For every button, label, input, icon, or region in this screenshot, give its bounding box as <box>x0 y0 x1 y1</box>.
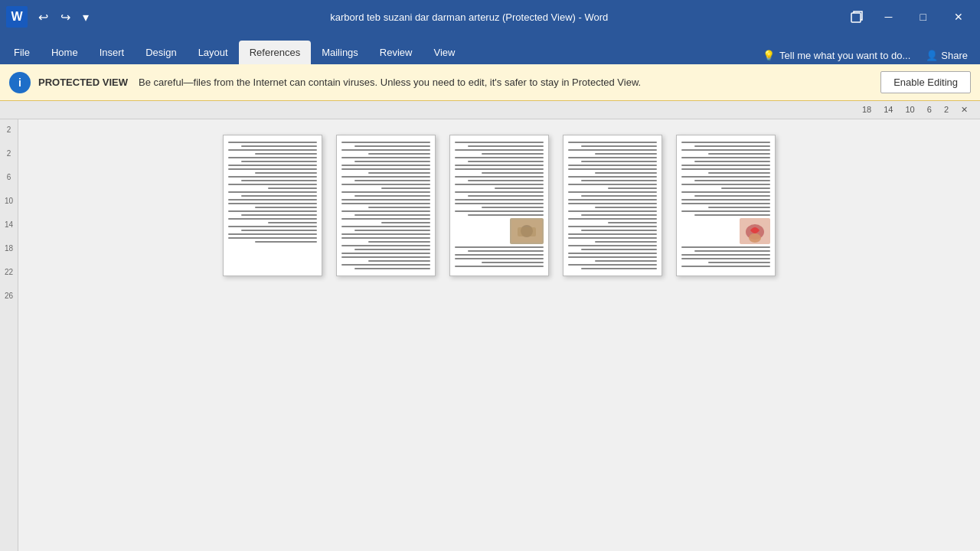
left-ruler-26: 26 <box>5 292 13 300</box>
text-cursor <box>225 185 227 196</box>
share-label: Share <box>941 50 968 61</box>
lightbulb-icon: 💡 <box>763 50 775 61</box>
left-ruler-2a: 2 <box>7 126 11 134</box>
document-page-2 <box>336 135 436 276</box>
tab-mailings[interactable]: Mailings <box>311 41 369 64</box>
ruler-num-2b: ✕ <box>961 105 968 115</box>
tab-insert[interactable]: Insert <box>89 41 136 64</box>
page-3-image <box>510 218 544 244</box>
protected-view-label: PROTECTED VIEW <box>38 77 128 88</box>
top-ruler: 18 14 10 6 2 ✕ <box>0 101 980 119</box>
enable-editing-button[interactable]: Enable Editing <box>880 71 971 93</box>
protected-view-message: Be careful—files from the Internet can c… <box>139 77 873 88</box>
ruler-num-10: 10 <box>906 105 915 115</box>
tab-view[interactable]: View <box>423 41 466 64</box>
tab-layout[interactable]: Layout <box>188 41 239 64</box>
ruler-num-14: 14 <box>884 105 893 115</box>
left-ruler-18: 18 <box>5 244 13 253</box>
title-bar-controls: ─ □ ✕ <box>845 0 974 34</box>
document-page-5 <box>676 135 776 276</box>
tab-file[interactable]: File <box>3 41 41 64</box>
pages-row <box>223 135 776 276</box>
svg-rect-3 <box>518 227 536 236</box>
page-5-text <box>681 142 770 269</box>
restore-mode-button[interactable] <box>845 7 868 27</box>
protected-view-icon: i <box>9 72 31 93</box>
share-button[interactable]: 👤 Share <box>916 50 977 64</box>
ruler-num-6: 6 <box>927 105 932 115</box>
title-bar-left: W ↩ ↪ ▾ <box>6 6 93 28</box>
document-canvas[interactable] <box>18 119 980 551</box>
ruler-num-18: 18 <box>862 105 871 115</box>
left-ruler: 2 2 6 10 14 18 22 26 <box>0 119 18 551</box>
protected-view-banner: i PROTECTED VIEW Be careful—files from t… <box>0 64 980 101</box>
quick-access-dropdown[interactable]: ▾ <box>78 7 93 28</box>
document-title: karbord teb suzani dar darman arteruz (P… <box>93 11 845 23</box>
page-5-image <box>740 218 770 244</box>
left-ruler-22: 22 <box>5 268 13 276</box>
document-page-1 <box>223 135 322 276</box>
document-page-3 <box>449 135 549 276</box>
tab-references[interactable]: References <box>239 41 311 64</box>
close-button[interactable]: ✕ <box>943 0 974 34</box>
ribbon-tabs: File Home Insert Design Layout Reference… <box>0 34 980 64</box>
tab-design[interactable]: Design <box>135 41 187 64</box>
title-bar: W ↩ ↪ ▾ karbord teb suzani dar darman ar… <box>0 0 980 34</box>
tab-review[interactable]: Review <box>369 41 423 64</box>
document-page-4 <box>563 135 662 276</box>
help-text: Tell me what you want to do... <box>779 50 910 61</box>
redo-button[interactable]: ↪ <box>56 7 75 28</box>
ruler-num-2a: 2 <box>944 105 949 115</box>
svg-rect-0 <box>851 13 861 22</box>
left-ruler-14: 14 <box>5 220 13 229</box>
page-3-text <box>455 142 544 269</box>
page-2-text <box>341 142 430 269</box>
tab-home[interactable]: Home <box>41 41 89 64</box>
minimize-button[interactable]: ─ <box>874 0 903 34</box>
main-area: 2 2 6 10 14 18 22 26 <box>0 119 980 551</box>
word-icon: W <box>6 6 28 28</box>
share-icon: 👤 <box>926 50 938 61</box>
restore-button[interactable]: □ <box>910 0 937 34</box>
left-ruler-10: 10 <box>5 197 13 205</box>
left-ruler-6: 6 <box>7 173 11 181</box>
help-button[interactable]: 💡 Tell me what you want to do... <box>756 50 916 64</box>
page-4-text <box>568 142 657 269</box>
svg-point-6 <box>749 233 761 243</box>
undo-button[interactable]: ↩ <box>34 7 53 28</box>
ruler-number-group: 18 14 10 6 2 ✕ <box>862 105 968 115</box>
left-ruler-2b: 2 <box>7 149 11 158</box>
page-1-text <box>228 142 317 269</box>
